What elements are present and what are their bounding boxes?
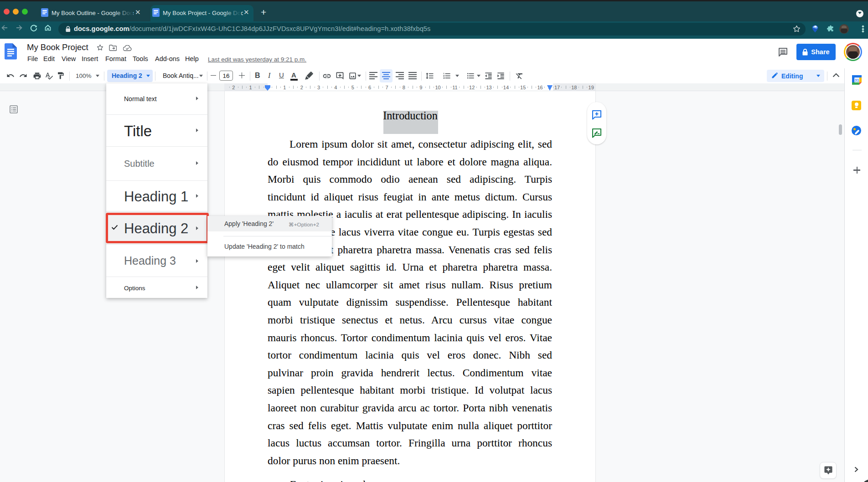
svg-text:31: 31 — [854, 78, 859, 82]
